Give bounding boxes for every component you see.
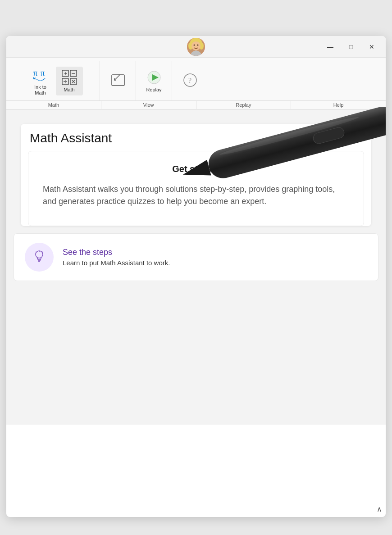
svg-line-35 <box>42 252 43 253</box>
math-assistant-panel: Math Assistant ∨ ✕ Get started Math Assi… <box>21 124 371 226</box>
svg-text:π: π <box>33 68 37 77</box>
panel-close-button[interactable]: ✕ <box>355 133 362 144</box>
svg-line-34 <box>36 252 36 253</box>
replay-button[interactable]: Replay <box>142 67 166 95</box>
ribbon-group-view <box>100 61 136 100</box>
ribbon: π π Ink toMath <box>6 58 386 109</box>
svg-point-5 <box>194 45 195 46</box>
math-group-items: π π Ink toMath <box>27 63 83 99</box>
ribbon-group-help: ? <box>172 61 208 100</box>
main-panel: Math Assistant ∨ ✕ Get started Math Assi… <box>6 109 386 425</box>
view-group-items <box>106 63 130 99</box>
avatar[interactable] <box>187 38 205 56</box>
see-steps-content: See the steps Learn to put Math Assistan… <box>63 248 170 267</box>
titlebar-controls: — □ ✕ <box>320 40 382 54</box>
replay-group-items: Replay <box>142 63 166 99</box>
avatar-area <box>187 38 205 56</box>
app-window: — □ ✕ π π <box>6 36 386 517</box>
see-steps-subtitle: Learn to put Math Assistant to work. <box>63 259 170 267</box>
help-icon: ? <box>182 72 198 90</box>
lightbulb-icon <box>32 249 46 265</box>
ribbon-bottom-row: Math View Replay Help <box>6 100 386 109</box>
help-group-items: ? <box>178 63 202 99</box>
ribbon-group-replay: Replay <box>136 61 172 100</box>
restore-button[interactable]: □ <box>341 40 361 54</box>
panel-header: Math Assistant ∨ ✕ <box>21 124 371 151</box>
get-started-body: Math Assistant walks you through solutio… <box>43 183 349 208</box>
view-button[interactable] <box>106 69 130 92</box>
ink-math-label: Ink toMath <box>34 84 46 96</box>
panel-header-controls: ∨ ✕ <box>339 132 362 145</box>
see-steps-title: See the steps <box>63 248 170 257</box>
svg-point-20 <box>65 82 66 83</box>
replay-icon <box>146 69 162 87</box>
replay-btn-label: Replay <box>146 87 161 93</box>
ribbon-content: π π Ink toMath <box>6 59 386 100</box>
svg-text:?: ? <box>188 77 191 84</box>
help-button[interactable]: ? <box>178 69 202 92</box>
math-button[interactable]: Math <box>56 67 83 95</box>
title-bar: — □ ✕ <box>6 36 386 58</box>
panel-title: Math Assistant <box>30 131 112 145</box>
ribbon-group-math: π π Ink toMath <box>10 61 100 100</box>
svg-point-19 <box>65 80 66 81</box>
view-icon <box>110 72 126 90</box>
svg-point-6 <box>197 45 199 46</box>
ink-math-icon: π π <box>32 66 49 84</box>
get-started-card: Get started Math Assistant walks you thr… <box>28 151 364 226</box>
ribbon-collapse-button[interactable]: ∧ <box>377 505 382 513</box>
ink-to-math-button[interactable]: π π Ink toMath <box>27 63 54 99</box>
view-group-label: View <box>101 101 196 109</box>
close-button[interactable]: ✕ <box>361 40 382 54</box>
help-group-label: Help <box>291 101 386 109</box>
math-btn-label: Math <box>64 87 74 93</box>
minimize-button[interactable]: — <box>320 40 341 54</box>
see-steps-card[interactable]: See the steps Learn to put Math Assistan… <box>14 233 378 281</box>
get-started-title: Get started <box>43 164 349 174</box>
svg-text:π: π <box>41 68 45 77</box>
lightbulb-circle <box>25 243 54 272</box>
math-group-label: Math <box>6 101 101 109</box>
svg-point-30 <box>36 251 43 258</box>
math-icon <box>61 69 77 87</box>
panel-chevron-button[interactable]: ∨ <box>339 132 347 145</box>
svg-point-4 <box>191 41 201 50</box>
replay-group-label: Replay <box>196 101 292 109</box>
